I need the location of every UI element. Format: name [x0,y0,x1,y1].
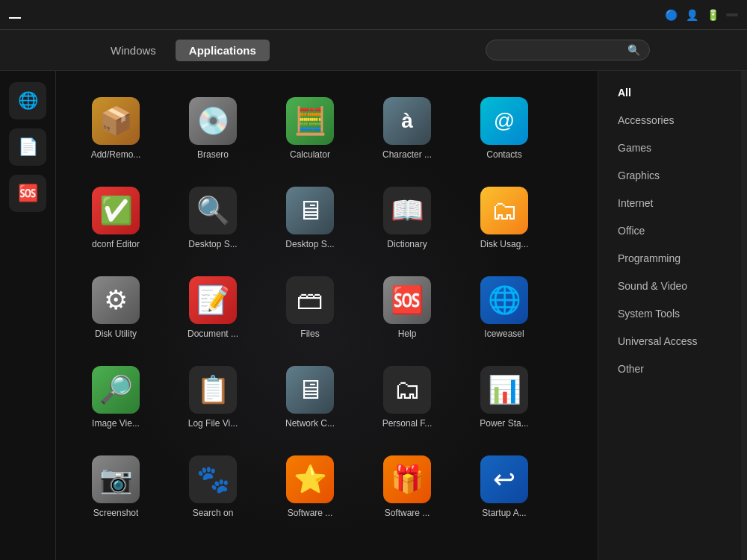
app-label-dictionary: Dictionary [387,239,427,249]
app-icon-disk-utility: ⚙ [92,276,140,324]
tab-windows[interactable]: Windows [97,40,170,61]
app-icon-add-remove: 📦 [92,97,140,145]
app-icon-calculator: 🧮 [286,97,334,145]
category-internet[interactable]: Internet [603,190,743,217]
app-item-power-stats[interactable]: 📊Power Sta... [459,355,549,437]
network-icon[interactable]: 👤 [684,7,699,22]
category-sidebar: AllAccessoriesGamesGraphicsInternetOffic… [598,71,747,560]
app-item-startup-apps[interactable]: ↩Startup A... [459,444,549,526]
app-grid-container: 📦Add/Remo...💿Brasero🧮CalculatoràCharacte… [56,71,598,560]
app-label-contacts: Contacts [486,149,521,160]
app-grid: 📦Add/Remo...💿Brasero🧮CalculatoràCharacte… [71,86,583,526]
app-item-calculator[interactable]: 🧮Calculator [265,86,355,168]
dock-files[interactable]: 📄 [9,128,46,166]
app-item-dconf-editor[interactable]: ✅dconf Editor [71,175,161,258]
category-accessories[interactable]: Accessories [603,107,743,134]
app-icon-character-map: à [383,97,431,145]
app-icon-log-file-viewer: 📋 [189,366,237,414]
app-icon-image-viewer: 🔎 [92,366,140,414]
subbar: Windows Applications 🔍 [0,30,747,71]
app-icon-desktop-search2: 🖥 [286,187,334,234]
app-label-character-map: Character ... [382,149,432,160]
category-system-tools[interactable]: System Tools [603,300,743,327]
app-icon-desktop-search1: 🔍 [189,187,237,234]
bluetooth-icon[interactable]: 🔵 [663,7,678,22]
app-label-startup-apps: Startup A... [482,508,526,518]
app-label-brasero: Brasero [197,149,229,160]
app-icon-power-stats: 📊 [480,366,528,414]
category-office[interactable]: Office [603,217,743,244]
app-item-character-map[interactable]: àCharacter ... [362,86,452,168]
dock: 🌐 📄 🆘 [0,71,56,560]
app-item-personal-files[interactable]: 🗂Personal F... [362,355,452,437]
category-universal-access[interactable]: Universal Access [603,328,743,355]
app-icon-screenshot: 📷 [92,455,140,503]
category-graphics[interactable]: Graphics [603,162,743,189]
activities-button[interactable] [9,11,21,19]
app-label-desktop-search1: Desktop S... [188,239,237,249]
app-icon-files: 🗃 [286,276,334,324]
app-label-help: Help [398,329,417,339]
app-label-log-file-viewer: Log File Vi... [188,418,238,429]
app-item-files[interactable]: 🗃Files [265,265,355,347]
app-item-contacts[interactable]: @Contacts [459,86,549,168]
app-item-software-update[interactable]: ⭐Software ... [265,444,355,526]
app-label-software-update: Software ... [288,508,333,518]
app-item-brasero[interactable]: 💿Brasero [168,86,258,168]
dock-help[interactable]: 🆘 [9,175,46,212]
search-input[interactable] [495,44,627,56]
app-icon-network-config: 🖥 [286,366,334,414]
app-label-personal-files: Personal F... [382,418,433,429]
search-box[interactable]: 🔍 [486,40,650,60]
app-item-document[interactable]: 📝Document ... [168,265,258,347]
app-icon-software-center: 🎁 [383,455,431,503]
topbar: 🔵 👤 🔋 [0,0,747,30]
app-item-help[interactable]: 🆘Help [362,265,452,347]
app-label-software-center: Software ... [385,508,430,518]
app-item-search-on[interactable]: 🐾Search on [168,444,258,526]
app-item-network-config[interactable]: 🖥Network C... [265,355,355,437]
app-item-disk-utility[interactable]: ⚙Disk Utility [71,265,161,347]
category-all[interactable]: All [603,79,743,106]
app-label-image-viewer: Image Vie... [92,418,140,429]
category-games[interactable]: Games [603,134,743,161]
app-label-dconf-editor: dconf Editor [92,239,140,249]
app-item-screenshot[interactable]: 📷Screenshot [71,444,161,526]
app-label-screenshot: Screenshot [93,508,139,518]
app-label-desktop-search2: Desktop S... [285,239,334,249]
category-other[interactable]: Other [603,355,743,382]
battery-icon[interactable]: 🔋 [705,7,720,22]
app-icon-software-update: ⭐ [286,455,334,503]
app-icon-disk-usage: 🗂 [480,187,528,234]
app-icon-contacts: @ [480,97,528,145]
tab-applications[interactable]: Applications [176,40,270,61]
category-programming[interactable]: Programming [603,245,743,272]
dock-iceweasel[interactable]: 🌐 [9,82,46,119]
app-item-software-center[interactable]: 🎁Software ... [362,444,452,526]
app-label-iceweasel: Iceweasel [484,329,524,339]
app-icon-personal-files: 🗂 [383,366,431,414]
steam-button[interactable] [726,13,738,16]
app-icon-dictionary: 📖 [383,187,431,234]
app-item-log-file-viewer[interactable]: 📋Log File Vi... [168,355,258,437]
app-icon-help: 🆘 [383,276,431,324]
app-item-desktop-search2[interactable]: 🖥Desktop S... [265,175,355,258]
app-label-files: Files [300,329,319,339]
app-label-add-remove: Add/Remo... [91,149,141,160]
app-item-image-viewer[interactable]: 🔎Image Vie... [71,355,161,437]
search-icon[interactable]: 🔍 [627,44,640,56]
app-label-disk-usage: Disk Usag... [480,239,529,249]
app-label-network-config: Network C... [285,418,335,429]
app-item-desktop-search1[interactable]: 🔍Desktop S... [168,175,258,258]
app-label-document: Document ... [187,329,238,339]
app-label-disk-utility: Disk Utility [95,329,137,339]
system-tray: 🔵 👤 🔋 [663,7,738,22]
app-item-dictionary[interactable]: 📖Dictionary [362,175,452,258]
app-item-iceweasel[interactable]: 🌐Iceweasel [459,265,549,347]
app-item-add-remove[interactable]: 📦Add/Remo... [71,86,161,168]
category-sound---video[interactable]: Sound & Video [603,273,743,299]
app-icon-document: 📝 [189,276,237,324]
app-item-disk-usage[interactable]: 🗂Disk Usag... [459,175,549,258]
app-label-search-on: Search on [193,508,234,518]
app-icon-startup-apps: ↩ [480,455,528,503]
